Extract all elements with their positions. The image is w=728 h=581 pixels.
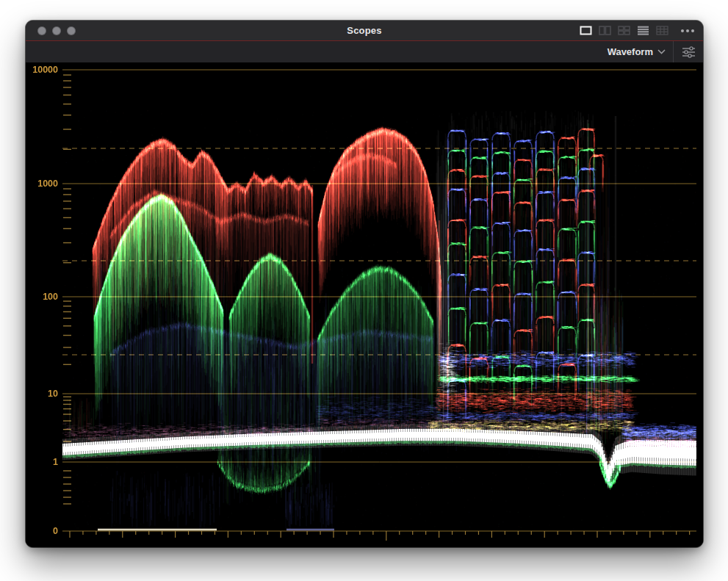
titlebar[interactable]: Scopes [26,21,703,41]
sliders-icon [682,46,696,58]
scope-type-dropdown[interactable]: Waveform [600,41,673,62]
scope-settings-button[interactable] [674,41,703,62]
layout-buttons [580,21,694,40]
chevron-down-icon [657,49,666,54]
quad-view-icon[interactable] [618,26,630,35]
waveform-canvas[interactable] [26,62,703,547]
waveform-scope-panel [26,62,703,547]
more-options-button[interactable] [681,29,694,32]
grid-view-icon[interactable] [656,26,668,35]
scope-type-label: Waveform [608,46,653,57]
stacked-view-icon[interactable] [637,26,649,35]
scopes-window: Scopes [26,21,703,547]
two-up-view-icon[interactable] [599,26,611,35]
scope-toolbar: Waveform [26,41,703,62]
zoom-button[interactable] [67,26,76,35]
single-view-icon[interactable] [580,26,592,35]
desktop-background: Scopes [0,0,728,581]
close-button[interactable] [37,26,46,35]
traffic-lights [37,21,76,40]
minimize-button[interactable] [52,26,61,35]
